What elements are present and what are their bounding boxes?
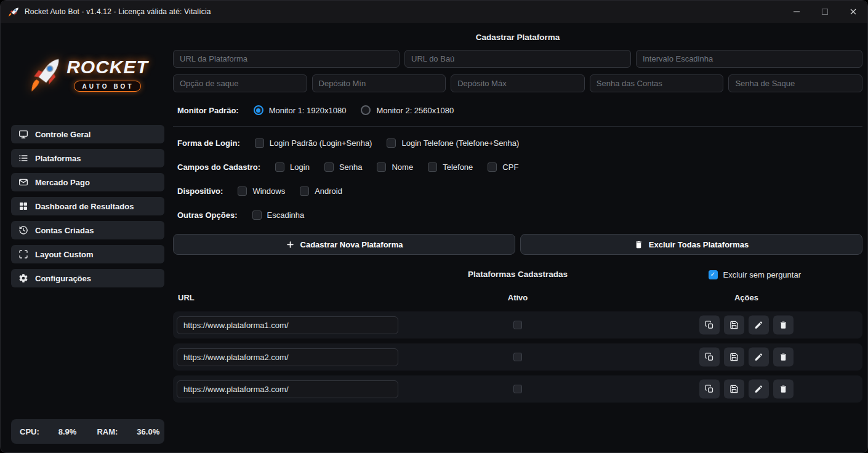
- checkbox-icon: [377, 162, 386, 172]
- plus-icon: [286, 240, 295, 249]
- checkbox-checked-icon: [709, 270, 718, 279]
- copy-button[interactable]: [699, 348, 720, 367]
- checkbox-senha[interactable]: Senha: [324, 162, 363, 172]
- app-body: ROCKET AUTO BOT Controle GeralPlataforma…: [1, 23, 867, 453]
- pencil-icon: [754, 385, 763, 394]
- checkbox-telefone[interactable]: Telefone: [428, 162, 473, 172]
- option-label: Nome: [392, 162, 413, 172]
- deposito-min-input[interactable]: [312, 74, 446, 92]
- trash-icon: [779, 321, 788, 330]
- senha-das-contas-input[interactable]: [590, 74, 724, 92]
- delete-button[interactable]: [773, 380, 794, 399]
- rocket-logo-icon: [25, 54, 65, 94]
- monitor-icon: [18, 129, 28, 139]
- minimize-button[interactable]: [782, 1, 811, 23]
- checkbox-icon: [300, 186, 309, 196]
- column-header-ativo: Ativo: [508, 293, 528, 302]
- checkbox-login-padrao-login-senha[interactable]: Login Padrão (Login+Senha): [255, 138, 372, 148]
- option-row-dispositivo: Dispositivo:WindowsAndroid: [173, 183, 862, 199]
- edit-button[interactable]: [749, 348, 769, 367]
- save-button[interactable]: [724, 380, 744, 399]
- app-rocket-icon: [8, 6, 19, 17]
- delete-button[interactable]: [773, 348, 794, 367]
- save-button[interactable]: [724, 348, 744, 367]
- add-platform-label: Cadastrar Nova Plataforma: [300, 240, 403, 249]
- envelope-icon: [18, 177, 28, 187]
- add-platform-button[interactable]: Cadastrar Nova Plataforma: [173, 234, 515, 255]
- option-row-campos-do-cadastro: Campos do Cadastro:LoginSenhaNomeTelefon…: [173, 159, 862, 175]
- option-row-label: Monitor Padrão:: [177, 106, 239, 115]
- form-title: Cadastrar Plataforma: [173, 31, 862, 44]
- sidebar-item-label: Contas Criadas: [35, 226, 94, 235]
- intervalo-escadinha-input[interactable]: [636, 50, 862, 68]
- delete-without-asking-label: Excluir sem perguntar: [723, 270, 801, 279]
- delete-all-platforms-button[interactable]: Excluir Todas Plataformas: [520, 234, 862, 255]
- logo-subtitle: AUTO BOT: [74, 81, 140, 92]
- row-actions: [699, 380, 794, 399]
- main-content: Cadastrar Plataforma Monitor Padrão:Moni…: [168, 23, 867, 453]
- layout-icon: [18, 249, 28, 259]
- checkbox-login[interactable]: Login: [275, 162, 310, 172]
- platform-url-input[interactable]: [177, 348, 398, 366]
- cpu-label: CPU:: [20, 427, 39, 436]
- ram-label: RAM:: [97, 427, 118, 436]
- checkbox-windows[interactable]: Windows: [238, 186, 285, 196]
- url-da-plataforma-input[interactable]: [173, 50, 400, 68]
- radio-monitor-2-2560x1080[interactable]: Monitor 2: 2560x1080: [361, 105, 454, 115]
- checkbox-cpf[interactable]: CPF: [488, 162, 518, 172]
- sidebar-item-controle-geral[interactable]: Controle Geral: [11, 125, 164, 143]
- save-icon: [729, 385, 739, 394]
- history-icon: [18, 225, 28, 235]
- edit-button[interactable]: [749, 316, 769, 335]
- deposito-max-input[interactable]: [451, 74, 585, 92]
- row-actions: [699, 316, 794, 335]
- column-header-url: URL: [178, 293, 195, 302]
- checkbox-nome[interactable]: Nome: [377, 162, 413, 172]
- sidebar-item-plataformas[interactable]: Plataformas: [11, 149, 164, 167]
- checkbox-icon: [324, 162, 334, 172]
- logo-text: ROCKET AUTO BOT: [66, 57, 148, 92]
- sidebar-item-layout-custom[interactable]: Layout Custom: [11, 245, 164, 263]
- copy-icon: [705, 385, 714, 394]
- maximize-button[interactable]: [811, 1, 839, 23]
- close-button[interactable]: [839, 1, 867, 23]
- platform-row: [173, 375, 862, 403]
- grid-icon: [18, 201, 28, 211]
- sidebar-item-contas-criadas[interactable]: Contas Criadas: [11, 221, 164, 239]
- option-label: Monitor 2: 2560x1080: [376, 106, 454, 115]
- active-checkbox[interactable]: [513, 385, 522, 393]
- radio-monitor-1-1920x1080[interactable]: Monitor 1: 1920x1080: [254, 105, 347, 115]
- sidebar-item-label: Controle Geral: [35, 130, 90, 139]
- option-label: Escadinha: [267, 210, 305, 220]
- checkbox-android[interactable]: Android: [300, 186, 342, 196]
- delete-button[interactable]: [773, 316, 794, 335]
- sidebar-item-mercado-pago[interactable]: Mercado Pago: [11, 173, 164, 191]
- copy-button[interactable]: [699, 380, 720, 399]
- sidebar-item-configuracoes[interactable]: Configurações: [11, 269, 164, 287]
- platform-row: [173, 311, 862, 339]
- checkbox-icon: [428, 162, 437, 172]
- opcao-de-saque-input[interactable]: [173, 74, 307, 92]
- edit-button[interactable]: [749, 380, 769, 399]
- column-header-acoes: Ações: [699, 293, 794, 302]
- platform-url-input[interactable]: [177, 316, 398, 334]
- save-button[interactable]: [724, 316, 744, 335]
- active-checkbox[interactable]: [513, 353, 522, 361]
- url-do-bau-input[interactable]: [404, 50, 631, 68]
- platform-url-input[interactable]: [177, 380, 398, 398]
- delete-without-asking-checkbox[interactable]: Excluir sem perguntar: [709, 267, 801, 282]
- ram-value: 36.0%: [137, 427, 159, 436]
- option-label: Android: [315, 186, 342, 196]
- senha-de-saque-input[interactable]: [728, 74, 862, 92]
- checkbox-escadinha[interactable]: Escadinha: [252, 210, 305, 220]
- logo-title: ROCKET: [66, 57, 148, 78]
- form-inputs-row2: [173, 74, 862, 92]
- copy-button[interactable]: [699, 316, 720, 335]
- option-label: Login Padrão (Login+Senha): [270, 138, 372, 148]
- radio-icon: [254, 105, 263, 115]
- checkbox-icon: [238, 186, 247, 196]
- checkbox-login-telefone-telefone-senha[interactable]: Login Telefone (Telefone+Senha): [387, 138, 519, 148]
- radio-icon: [361, 105, 371, 115]
- sidebar-item-dashboard-de-resultados[interactable]: Dashboard de Resultados: [11, 197, 164, 215]
- active-checkbox[interactable]: [513, 321, 522, 329]
